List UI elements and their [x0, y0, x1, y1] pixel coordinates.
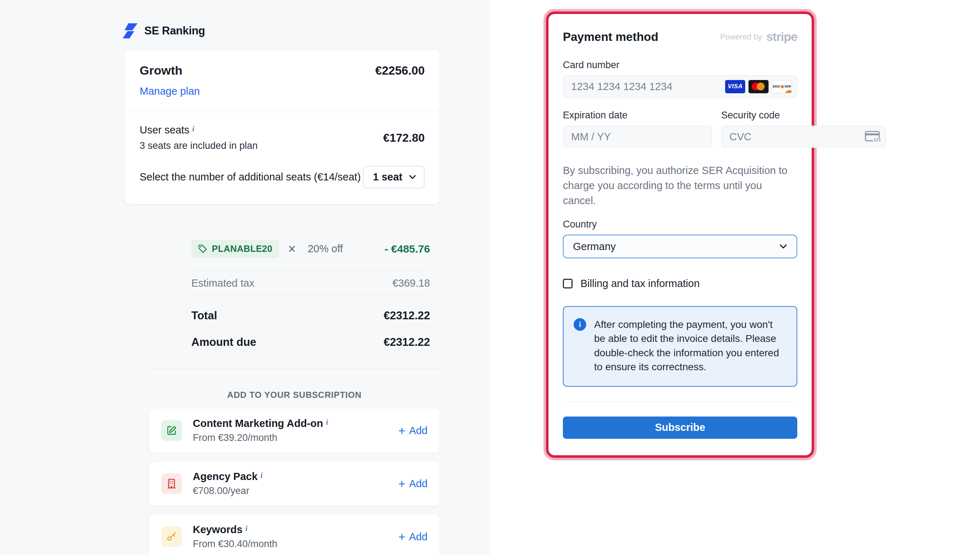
chevron-down-icon — [779, 244, 787, 249]
addons-section-header: ADD TO YOUR SUBSCRIPTION — [149, 390, 440, 400]
payment-notice: i After completing the payment, you won'… — [563, 306, 797, 387]
mastercard-icon — [749, 80, 769, 93]
manage-plan-link[interactable]: Manage plan — [140, 85, 200, 97]
brand-name: SE Ranking — [144, 24, 205, 37]
addon-price: From €30.40/month — [193, 539, 278, 550]
country-label: Country — [563, 219, 797, 230]
se-ranking-bolt-icon — [121, 22, 138, 40]
order-summary-pane: SE Ranking Growth €2256.00 Manage plan U… — [0, 0, 490, 555]
plus-icon: + — [398, 531, 406, 543]
expiration-field[interactable] — [563, 125, 712, 148]
svg-text:123: 123 — [873, 137, 880, 143]
payment-pane: Payment method Powered by stripe Card nu… — [490, 0, 980, 555]
coupon-discount: 20% off — [308, 243, 343, 255]
coupon-code: PLANABLE20 — [212, 244, 273, 254]
info-icon[interactable]: i — [326, 418, 328, 427]
coupon-badge: PLANABLE20 — [191, 240, 279, 258]
remove-coupon-button[interactable]: ✕ — [288, 243, 296, 255]
plan-price: €2256.00 — [375, 64, 425, 77]
card-number-label: Card number — [563, 59, 797, 71]
add-agency-pack-button[interactable]: + Add — [398, 478, 427, 490]
user-seats-label: User seats — [140, 124, 190, 136]
info-circle-icon: i — [574, 318, 586, 331]
highlight-annotation: Payment method Powered by stripe Card nu… — [543, 9, 817, 460]
plan-name: Growth — [140, 64, 182, 77]
tax-label: Estimated tax — [191, 278, 254, 289]
info-icon[interactable]: i — [246, 524, 248, 533]
tax-value: €369.18 — [392, 278, 430, 289]
visa-icon: VISA — [725, 80, 745, 93]
addon-card-agency-pack: Agency Packi €708.00/year + Add — [149, 461, 440, 506]
divider — [563, 402, 797, 402]
seats-included-note: 3 seats are included in plan — [140, 140, 258, 151]
addon-title: Agency Pack — [193, 471, 258, 482]
billing-info-checkbox[interactable] — [563, 279, 573, 289]
addon-price: From €39.20/month — [193, 432, 328, 443]
accepted-cards: VISA DISCVER — [725, 80, 792, 93]
security-code-field[interactable]: 123 — [721, 125, 886, 148]
total-value: €2312.22 — [384, 309, 430, 322]
payment-method-panel: Payment method Powered by stripe Card nu… — [546, 11, 814, 458]
pencil-square-icon — [166, 425, 177, 436]
card-number-input[interactable] — [571, 81, 721, 93]
total-row: Total €2312.22 — [191, 309, 430, 322]
seats-select-label: Select the number of additional seats (€… — [140, 171, 361, 183]
country-select[interactable]: Germany — [563, 235, 797, 258]
payment-method-title: Payment method — [563, 30, 659, 44]
estimated-tax-row: Estimated tax €369.18 — [191, 271, 430, 296]
discover-icon: DISCVER — [772, 80, 792, 93]
subscription-terms-text: By subscribing, you authorize SER Acquis… — [563, 163, 797, 208]
notice-text: After completing the payment, you won't … — [594, 318, 787, 374]
seat-count-dropdown[interactable]: 1 seat — [363, 166, 425, 188]
amount-due-row: Amount due €2312.22 — [191, 336, 430, 349]
country-value: Germany — [573, 241, 615, 253]
tag-icon — [198, 244, 207, 253]
coupon-amount: - €485.76 — [384, 243, 430, 255]
amount-due-label: Amount due — [191, 336, 256, 349]
info-icon[interactable]: i — [193, 125, 194, 133]
security-code-label: Security code — [721, 110, 886, 121]
card-number-field[interactable]: VISA DISCVER — [563, 75, 797, 98]
plan-card: Growth €2256.00 Manage plan User seatsi … — [124, 50, 440, 204]
plus-icon: + — [398, 478, 406, 490]
addon-title: Content Marketing Add-on — [193, 418, 323, 429]
plus-icon: + — [398, 424, 406, 436]
building-icon — [166, 478, 177, 489]
expiration-label: Expiration date — [563, 110, 712, 121]
key-icon — [166, 531, 177, 542]
amount-due-value: €2312.22 — [384, 336, 430, 349]
add-content-marketing-button[interactable]: + Add — [398, 424, 427, 436]
seat-count-value: 1 seat — [373, 171, 402, 183]
addon-title: Keywords — [193, 524, 243, 535]
total-label: Total — [191, 309, 217, 322]
info-icon[interactable]: i — [260, 471, 263, 480]
cvc-card-icon: 123 — [865, 131, 880, 143]
stripe-logo: stripe — [766, 30, 797, 44]
brand-logo: SE Ranking — [121, 22, 440, 40]
powered-by-label: Powered by — [720, 32, 762, 42]
billing-info-label: Billing and tax information — [580, 278, 700, 290]
addon-card-keywords: Keywordsi From €30.40/month + Add — [149, 514, 440, 555]
chevron-down-icon — [409, 175, 416, 180]
add-keywords-button[interactable]: + Add — [398, 531, 427, 543]
cvc-input[interactable] — [729, 131, 865, 143]
expiration-input[interactable] — [571, 131, 707, 143]
seats-price: €172.80 — [383, 131, 425, 144]
price-summary: PLANABLE20 ✕ 20% off - €485.76 Estimated… — [191, 240, 430, 349]
addon-price: €708.00/year — [193, 485, 262, 497]
addon-card-content-marketing: Content Marketing Add-oni From €39.20/mo… — [149, 408, 440, 453]
subscribe-button[interactable]: Subscribe — [563, 417, 797, 439]
